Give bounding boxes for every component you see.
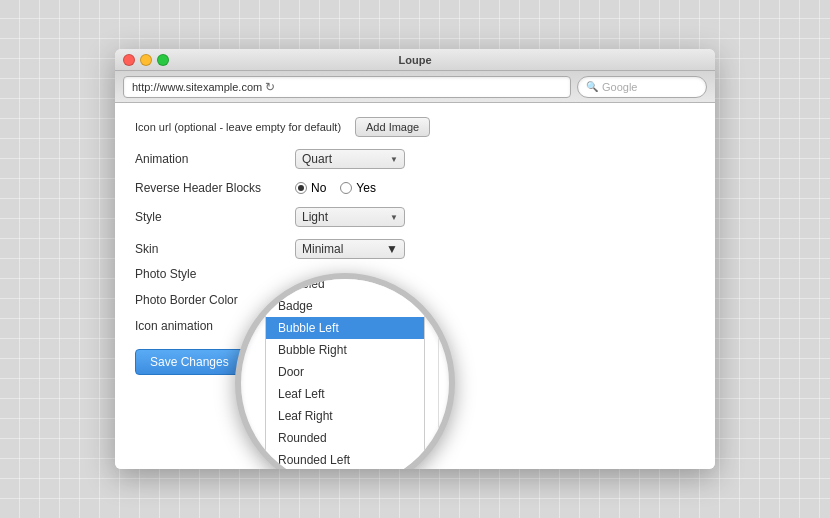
radio-yes-label: Yes — [356, 181, 376, 195]
reverse-header-label: Reverse Header Blocks — [135, 181, 295, 195]
add-image-button[interactable]: Add Image — [355, 117, 430, 137]
animation-select[interactable]: Quart ▼ — [295, 149, 405, 169]
chevron-down-icon: ▼ — [390, 213, 398, 222]
style-value: Light — [302, 210, 328, 224]
browser-window: Loupe http://www.sitexample.com ↻ 🔍 Goog… — [115, 49, 715, 469]
radio-no-circle — [295, 182, 307, 194]
radio-yes[interactable]: Yes — [340, 181, 376, 195]
radio-yes-circle — [340, 182, 352, 194]
icon-url-row: Icon url (optional - leave empty for def… — [135, 117, 695, 137]
title-bar: Loupe — [115, 49, 715, 71]
reverse-header-control: No Yes — [295, 181, 376, 195]
dropdown-list: Disabled Badge Bubble Left Bubble Right … — [265, 273, 425, 469]
magnifier: Disabled Badge Bubble Left Bubble Right … — [235, 273, 455, 469]
search-field[interactable]: 🔍 Google — [577, 76, 707, 98]
chevron-down-icon: ▼ — [386, 242, 398, 256]
style-label: Style — [135, 210, 295, 224]
search-placeholder: Google — [602, 81, 637, 93]
minimize-button[interactable] — [140, 54, 152, 66]
animation-value: Quart — [302, 152, 332, 166]
url-field[interactable]: http://www.sitexample.com ↻ — [123, 76, 571, 98]
animation-row: Animation Quart ▼ — [135, 149, 695, 169]
dropdown-item-door[interactable]: Door — [266, 361, 424, 383]
magnifier-lens: Disabled Badge Bubble Left Bubble Right … — [235, 273, 455, 469]
dropdown-item-rounded-left[interactable]: Rounded Left — [266, 449, 424, 469]
radio-no-label: No — [311, 181, 326, 195]
refresh-icon[interactable]: ↻ — [262, 79, 278, 95]
reverse-header-row: Reverse Header Blocks No Yes — [135, 181, 695, 195]
traffic-lights — [123, 54, 169, 66]
icon-url-label: Icon url (optional - leave empty for def… — [135, 121, 355, 133]
dropdown-item-rounded[interactable]: Rounded — [266, 427, 424, 449]
skin-value: Minimal — [302, 242, 343, 256]
skin-row: Skin Minimal ▼ — [135, 239, 695, 259]
dropdown-item-badge[interactable]: Badge — [266, 295, 424, 317]
icon-url-control: Add Image — [355, 117, 430, 137]
separator — [438, 279, 439, 469]
save-button[interactable]: Save Changes — [135, 349, 244, 375]
animation-label: Animation — [135, 152, 295, 166]
dropdown-item-bubble-right[interactable]: Bubble Right — [266, 339, 424, 361]
window-title: Loupe — [399, 54, 432, 66]
maximize-button[interactable] — [157, 54, 169, 66]
address-bar: http://www.sitexample.com ↻ 🔍 Google — [115, 71, 715, 103]
dropdown-item-leaf-right[interactable]: Leaf Right — [266, 405, 424, 427]
dropdown-item-disabled[interactable]: Disabled — [266, 273, 424, 295]
chevron-down-icon: ▼ — [390, 155, 398, 164]
url-text: http://www.sitexample.com — [132, 81, 262, 93]
style-select[interactable]: Light ▼ — [295, 207, 405, 227]
search-icon: 🔍 — [586, 81, 598, 92]
content-area: Icon url (optional - leave empty for def… — [115, 103, 715, 469]
skin-control: Minimal ▼ — [295, 239, 405, 259]
style-control: Light ▼ — [295, 207, 405, 227]
skin-label: Skin — [135, 242, 295, 256]
radio-no[interactable]: No — [295, 181, 326, 195]
animation-control: Quart ▼ — [295, 149, 405, 169]
close-button[interactable] — [123, 54, 135, 66]
skin-select[interactable]: Minimal ▼ — [295, 239, 405, 259]
dropdown-item-leaf-left[interactable]: Leaf Left — [266, 383, 424, 405]
style-row: Style Light ▼ — [135, 207, 695, 227]
dropdown-item-bubble-left[interactable]: Bubble Left — [266, 317, 424, 339]
